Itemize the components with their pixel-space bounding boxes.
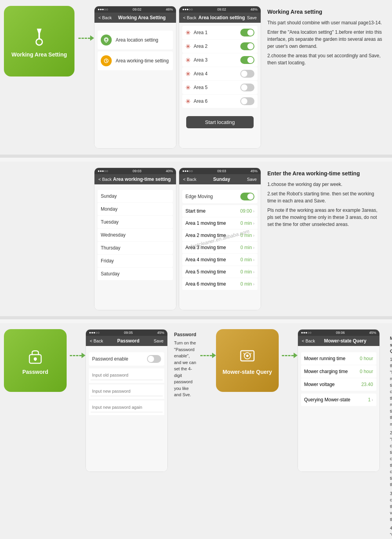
phone-body-2: ✳ Area 1 ✳ Area 2 ✳ (179, 23, 261, 148)
toggle-edge-moving[interactable] (240, 193, 254, 200)
toggle-password-enable[interactable] (147, 355, 161, 363)
area-location-menu-item[interactable]: Area location setting (98, 31, 173, 49)
desc1-p3: 2.choose the areas that you set accordin… (267, 52, 384, 66)
area3-time-item[interactable]: Area 3 moving time 0 min› (182, 242, 258, 253)
day-tuesday[interactable]: Tuesday (98, 216, 173, 228)
phone-working-area-menu: ●●●○○ 09:02 46% < Back Working Area Sett… (94, 6, 176, 149)
arrow2 (70, 329, 85, 358)
status-bar-2: ●●●○○ 09:02 48% (179, 6, 261, 13)
phone-body-6: Mower running time 0 hour Mower charging… (298, 346, 379, 472)
back-btn-2[interactable]: < Back (183, 15, 196, 20)
desc2-p2: 2.set the Robot's starting time. then se… (267, 190, 384, 204)
area-item-3: ✳ Area 3 (182, 53, 258, 67)
area-4-label: Area 4 (194, 71, 207, 76)
area-working-time-label: Area working-time setting (116, 58, 169, 64)
nav-bar-1: < Back Working Area Setting (94, 13, 176, 23)
querying-mower-state-item[interactable]: Querying Mower-state 1› (301, 393, 376, 406)
area4-time-item[interactable]: Area 4 moving time 0 min› (182, 254, 258, 266)
area-item-1: ✳ Area 1 (182, 26, 258, 39)
new-password-input[interactable] (91, 386, 163, 396)
desc2-p1: 1.choose the working day per week. (267, 181, 384, 188)
day-wednesday[interactable]: Wednesday (98, 229, 173, 241)
area3-time-value: 0 min (240, 245, 252, 250)
phone-body-3: Sunday Monday Tuesday Wednesday Thursday… (94, 184, 176, 310)
day-sunday[interactable]: Sunday (98, 190, 173, 202)
area2-time-label: Area 2 moving time (185, 233, 226, 238)
area-working-time-menu-item[interactable]: Area working-time setting (98, 51, 173, 70)
phone-body-1: Area location setting Area working-time … (94, 23, 176, 148)
area5-time-label: Area 5 moving time (185, 269, 226, 275)
toggle-area-5[interactable] (240, 84, 254, 91)
mower-charging-time-value: 0 hour (360, 369, 373, 374)
password-subsection: Password ●●●○○ 09:05 45% < Back Passwor (4, 329, 200, 472)
mower-running-time-value: 0 hour (360, 356, 373, 361)
section2-description: Enter the Area working-time setting 1.ch… (263, 168, 388, 232)
mower-desc-title: Mower-state Query (390, 335, 392, 355)
area6-time-label: Area 6 moving time (185, 281, 226, 287)
snowflake-icon-2: ✳ (185, 43, 191, 50)
password-desc-text: Turn on the "Password enable", and we ca… (174, 340, 196, 398)
toggle-area-6[interactable] (240, 97, 254, 105)
save-btn-4[interactable]: Save (247, 177, 257, 182)
back-btn-6[interactable]: < Back (302, 339, 315, 343)
start-time-label: Start time (185, 208, 205, 214)
nav-bar-3: < Back Area working-time setting (94, 174, 176, 184)
location-icon (101, 35, 112, 46)
phone-password: ●●●○○ 09:05 45% < Back Password Save Pas… (85, 329, 168, 472)
day-thursday[interactable]: Thursday (98, 242, 173, 254)
section-working-area: Working Area Setting ●●●○○ 09:02 46% < B… (0, 0, 392, 155)
desc1-p2: Enter the "Area location setting" 1.befo… (267, 29, 384, 50)
status-bar-5: ●●●○○ 09:05 45% (86, 330, 167, 336)
save-btn-2[interactable]: Save (247, 15, 257, 20)
phone-day-list: ●●●○○ 09:03 40% < Back Area working-time… (94, 168, 176, 310)
area3-time-label: Area 3 moving time (185, 245, 226, 250)
day-monday[interactable]: Monday (98, 203, 173, 215)
old-password-input[interactable] (91, 370, 163, 380)
mower-voltage-label: Mower voltage (304, 382, 335, 387)
toggle-area-4[interactable] (240, 70, 254, 78)
mower-running-time-label: Mower running time (304, 356, 345, 361)
start-time-arrow: › (253, 209, 254, 213)
nav-bar-4: < Back Sunday Save (179, 174, 261, 184)
area-3-label: Area 3 (194, 57, 207, 63)
start-locating-button[interactable]: Start locating (186, 116, 254, 128)
nav-title-1: Working Area Setting (118, 15, 165, 20)
area2-time-item[interactable]: Area 2 moving time 0 min› (182, 229, 258, 241)
mower-voltage-item[interactable]: Mower voltage 23.40 (301, 378, 376, 391)
mower-desc-p3: 2. Click "Mower charging time", we can g… (390, 430, 392, 488)
confirm-password-input[interactable] (91, 402, 163, 412)
phone-body-4: Edge Moving Start time 09:00› Area 1 mov… (179, 184, 261, 310)
mower-charging-time-item[interactable]: Mower charging time 0 hour (301, 365, 376, 378)
snowflake-icon-5: ✳ (185, 84, 191, 91)
querying-mower-state-label: Querying Mower-state (304, 397, 350, 402)
save-btn-5[interactable]: Save (154, 339, 163, 343)
back-btn-5[interactable]: < Back (90, 339, 103, 343)
area1-time-item[interactable]: Area 1 moving time 0 min› (182, 217, 258, 229)
area4-time-value: 0 min (240, 257, 252, 262)
mower-voltage-value: 23.40 (361, 382, 373, 387)
clock-icon (101, 55, 112, 66)
toggle-area-1[interactable] (240, 29, 254, 36)
toggle-area-2[interactable] (240, 42, 254, 50)
password-description: Password Turn on the "Password enable", … (170, 329, 200, 402)
back-btn-4[interactable]: < Back (183, 177, 196, 182)
toggle-area-3[interactable] (240, 56, 254, 64)
day-friday[interactable]: Friday (98, 255, 173, 267)
back-btn-1[interactable]: < Back (98, 15, 112, 20)
mower-running-time-item[interactable]: Mower running time 0 hour (301, 352, 376, 365)
area6-time-item[interactable]: Area 6 moving time 0 min› (182, 278, 258, 290)
password-icon-box: Password (4, 329, 67, 392)
area5-time-item[interactable]: Area 5 moving time 0 min› (182, 266, 258, 278)
desc1-p1: This part should combine with user manua… (267, 19, 384, 26)
snowflake-icon-3: ✳ (185, 56, 191, 64)
mower-description-row: Mower-state Query 1. Click the "Mower ru… (382, 333, 392, 539)
back-btn-3[interactable]: < Back (98, 177, 112, 182)
day-saturday[interactable]: Saturday (98, 268, 173, 280)
start-time-item[interactable]: Start time 09:00› (182, 205, 258, 217)
snowflake-icon-6: ✳ (185, 98, 191, 105)
snowflake-icon-1: ✳ (185, 29, 191, 36)
mower-icon-box: Mower-state Query (216, 329, 279, 392)
phone-body-5: Password enable (86, 346, 167, 472)
section-working-time: ●●●○○ 09:03 40% < Back Area working-time… (0, 162, 392, 316)
svg-point-0 (36, 39, 42, 45)
